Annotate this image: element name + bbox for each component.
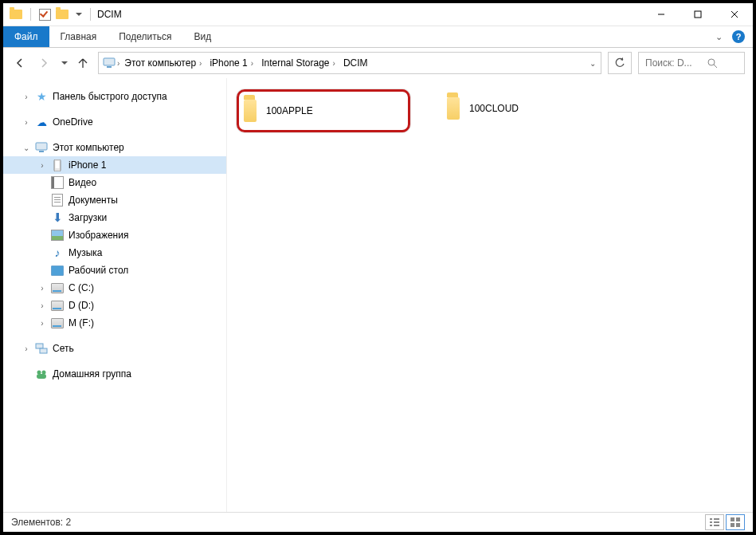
svg-rect-11 bbox=[56, 161, 60, 168]
ribbon-tab-view[interactable]: Вид bbox=[182, 26, 222, 47]
drive-icon bbox=[51, 281, 64, 294]
svg-point-6 bbox=[708, 59, 715, 65]
homegroup-icon bbox=[35, 368, 48, 380]
tree-label: M (F:) bbox=[69, 317, 94, 328]
svg-rect-9 bbox=[39, 151, 44, 152]
recent-locations-icon[interactable] bbox=[61, 61, 68, 65]
network-icon bbox=[35, 342, 48, 355]
tree-drive-m[interactable]: › M (F:) bbox=[3, 314, 226, 332]
ribbon-tab-file[interactable]: Файл bbox=[3, 26, 49, 47]
tree-iphone[interactable]: › iPhone 1 bbox=[3, 156, 226, 174]
breadcrumb-segment[interactable]: iPhone 1› bbox=[206, 53, 258, 73]
video-icon bbox=[51, 176, 64, 189]
tree-music[interactable]: ♪ Музыка bbox=[3, 244, 226, 262]
chevron-right-icon[interactable]: › bbox=[38, 319, 46, 328]
folder-item-100apple[interactable]: 100APPLE bbox=[237, 89, 410, 132]
svg-rect-16 bbox=[37, 374, 46, 379]
chevron-right-icon[interactable]: › bbox=[22, 118, 30, 127]
status-text: Элементов: 2 bbox=[11, 517, 71, 528]
tree-network[interactable]: › Сеть bbox=[3, 340, 226, 357]
chevron-down-icon[interactable]: ⌄ bbox=[22, 144, 30, 152]
breadcrumb-label: Internal Storage bbox=[261, 57, 329, 69]
chevron-right-icon[interactable]: › bbox=[22, 92, 30, 101]
tree-onedrive[interactable]: › ☁ OneDrive bbox=[3, 113, 226, 131]
ribbon-tab-share[interactable]: Поделиться bbox=[108, 26, 182, 47]
folder-icon[interactable] bbox=[56, 8, 69, 21]
chevron-right-icon[interactable]: › bbox=[38, 161, 46, 170]
folder-list: 100APPLE 100CLOUD bbox=[237, 89, 743, 132]
tree-drive-d[interactable]: › D (D:) bbox=[3, 297, 226, 314]
back-button[interactable] bbox=[11, 54, 29, 72]
tree-homegroup[interactable]: Домашняя группа bbox=[3, 365, 226, 383]
chevron-right-icon[interactable]: › bbox=[331, 59, 337, 68]
tree-label: Рабочий стол bbox=[69, 265, 128, 276]
folder-label: 100APPLE bbox=[266, 105, 313, 116]
svg-rect-1 bbox=[695, 11, 701, 18]
icons-view-button[interactable] bbox=[726, 514, 745, 530]
maximize-button[interactable] bbox=[680, 3, 716, 26]
body: › ★ Панель быстрого доступа › ☁ OneDrive… bbox=[3, 78, 753, 512]
svg-rect-4 bbox=[104, 58, 115, 65]
svg-rect-12 bbox=[36, 344, 43, 348]
pc-icon bbox=[103, 57, 116, 69]
tree-this-pc[interactable]: ⌄ Этот компьютер bbox=[3, 139, 226, 156]
svg-line-7 bbox=[714, 65, 717, 68]
forward-button[interactable] bbox=[35, 54, 53, 72]
tree-drive-c[interactable]: › C (C:) bbox=[3, 279, 226, 297]
expand-ribbon-icon[interactable]: ⌄ bbox=[715, 32, 723, 42]
search-icon bbox=[707, 58, 718, 69]
drive-icon bbox=[51, 317, 64, 329]
close-button[interactable] bbox=[716, 3, 753, 26]
breadcrumb-segment[interactable]: DCIM bbox=[340, 53, 371, 73]
minimize-button[interactable] bbox=[643, 3, 680, 26]
tree-label: Документы bbox=[69, 195, 118, 206]
tree-label: Панель быстрого доступа bbox=[53, 91, 167, 102]
breadcrumb-segment[interactable]: Internal Storage› bbox=[258, 53, 340, 73]
navigation-bar: › Этот компьютер› iPhone 1› Internal Sto… bbox=[3, 48, 753, 78]
chevron-right-icon[interactable]: › bbox=[116, 59, 121, 68]
tree-videos[interactable]: Видео bbox=[3, 174, 226, 191]
up-button[interactable] bbox=[74, 54, 92, 72]
navigation-pane[interactable]: › ★ Панель быстрого доступа › ☁ OneDrive… bbox=[3, 78, 227, 512]
help-icon[interactable]: ? bbox=[732, 30, 745, 43]
pc-icon bbox=[35, 141, 48, 154]
tree-pictures[interactable]: Изображения bbox=[3, 226, 226, 244]
search-input[interactable] bbox=[644, 57, 703, 69]
tree-label: OneDrive bbox=[53, 116, 93, 128]
details-view-button[interactable] bbox=[705, 514, 724, 530]
tree-label: C (C:) bbox=[69, 282, 94, 293]
folder-item-100cloud[interactable]: 100CLOUD bbox=[442, 89, 611, 128]
address-dropdown[interactable]: ⌄ bbox=[590, 59, 599, 68]
breadcrumb-segment[interactable]: Этот компьютер› bbox=[121, 53, 206, 73]
folder-label: 100CLOUD bbox=[469, 103, 519, 114]
svg-point-14 bbox=[37, 371, 41, 375]
qat-dropdown-icon[interactable] bbox=[76, 13, 82, 16]
tree-label: iPhone 1 bbox=[69, 159, 106, 171]
chevron-right-icon[interactable]: › bbox=[38, 301, 46, 310]
window-controls bbox=[643, 3, 753, 26]
list-icon bbox=[710, 518, 719, 526]
tree-label: D (D:) bbox=[69, 300, 94, 311]
refresh-button[interactable] bbox=[608, 52, 632, 74]
chevron-right-icon[interactable]: › bbox=[198, 59, 203, 68]
chevron-right-icon[interactable]: › bbox=[22, 344, 30, 353]
explorer-window: DCIM Файл Главная Поделиться Вид ⌄ ? bbox=[0, 0, 756, 535]
tree-quick-access[interactable]: › ★ Панель быстрого доступа bbox=[3, 88, 226, 105]
chevron-right-icon[interactable]: › bbox=[249, 59, 255, 68]
chevron-right-icon[interactable]: › bbox=[38, 284, 46, 293]
onedrive-icon: ☁ bbox=[35, 116, 48, 128]
breadcrumb-label: Этот компьютер bbox=[124, 57, 196, 69]
content-pane[interactable]: 100APPLE 100CLOUD bbox=[227, 78, 753, 512]
separator bbox=[30, 8, 31, 21]
search-box[interactable] bbox=[638, 52, 745, 74]
tree-documents[interactable]: Документы bbox=[3, 191, 226, 209]
drive-icon bbox=[51, 299, 64, 312]
tree-label: Сеть bbox=[53, 343, 74, 354]
quick-access-toolbar bbox=[3, 8, 94, 21]
properties-icon[interactable] bbox=[39, 9, 51, 21]
titlebar: DCIM bbox=[3, 3, 753, 26]
ribbon-tab-home[interactable]: Главная bbox=[49, 26, 108, 47]
tree-desktop[interactable]: Рабочий стол bbox=[3, 262, 226, 279]
address-bar[interactable]: › Этот компьютер› iPhone 1› Internal Sto… bbox=[98, 52, 601, 74]
tree-downloads[interactable]: ⬇ Загрузки bbox=[3, 209, 226, 226]
